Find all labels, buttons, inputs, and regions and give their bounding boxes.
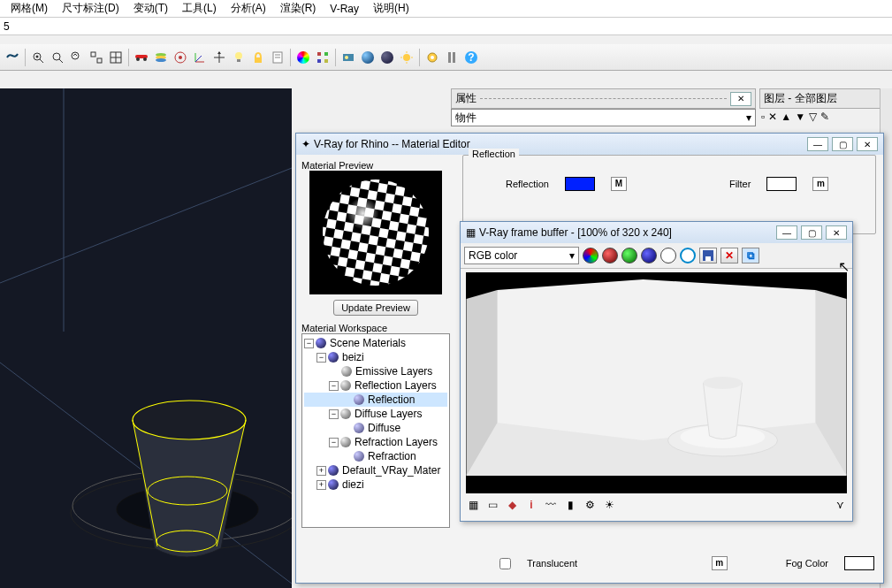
axes-icon[interactable] bbox=[191, 49, 209, 66]
link-icon[interactable] bbox=[4, 49, 21, 66]
reflection-color-swatch[interactable] bbox=[565, 177, 595, 191]
reflection-map-button[interactable]: M bbox=[611, 177, 627, 191]
frame-buffer-window: ▦ V-Ray frame buffer - [100% of 320 x 24… bbox=[460, 221, 853, 522]
fog-color-swatch[interactable] bbox=[844, 556, 874, 570]
categories-icon[interactable] bbox=[314, 49, 332, 66]
tree-refraction[interactable]: Refraction bbox=[304, 449, 447, 463]
fb-close-button[interactable]: ✕ bbox=[826, 225, 847, 240]
svg-rect-45 bbox=[453, 52, 455, 63]
filter-map-button[interactable]: m bbox=[812, 177, 828, 191]
command-text: 5 bbox=[4, 20, 10, 33]
channel-dropdown[interactable]: RGB color bbox=[464, 247, 579, 264]
render-output[interactable] bbox=[466, 272, 847, 493]
rgb-channel-icon[interactable] bbox=[583, 248, 598, 263]
light-bulb-icon[interactable] bbox=[230, 49, 248, 66]
filter-icon[interactable]: ▽ bbox=[809, 111, 817, 123]
alpha-channel-icon[interactable] bbox=[660, 248, 676, 263]
zoom-extents-icon[interactable] bbox=[49, 49, 66, 66]
mono-channel-icon[interactable] bbox=[680, 248, 696, 263]
translucent-checkbox[interactable] bbox=[499, 558, 511, 569]
filter-color-swatch[interactable] bbox=[766, 177, 797, 191]
tree-diezi[interactable]: +diezi bbox=[304, 477, 447, 492]
tree-reflection-layers[interactable]: −Reflection Layers bbox=[304, 378, 447, 393]
slot-icon bbox=[354, 394, 364, 405]
target-icon[interactable] bbox=[172, 49, 189, 66]
fb-grid-icon[interactable]: ▦ bbox=[466, 499, 480, 511]
fb-minimize-button[interactable]: — bbox=[776, 225, 797, 240]
four-view-icon[interactable] bbox=[107, 49, 125, 66]
material-tree[interactable]: −Scene Materials −beizi Emissive Layers … bbox=[301, 333, 450, 528]
layer-up-icon[interactable]: ▲ bbox=[781, 111, 791, 123]
fog-color-label: Fog Color bbox=[786, 558, 828, 569]
render-icon[interactable] bbox=[339, 49, 357, 66]
tree-beizi[interactable]: −beizi bbox=[304, 350, 447, 364]
translucent-map-button[interactable]: m bbox=[712, 556, 728, 570]
menu-render[interactable]: 渲染(R) bbox=[273, 1, 324, 16]
fb-maximize-button[interactable]: ▢ bbox=[801, 225, 822, 240]
zoom-selected-icon[interactable] bbox=[29, 49, 47, 66]
fb-sun-icon[interactable]: ☀ bbox=[602, 499, 616, 511]
new-layer-icon[interactable]: ▫ bbox=[761, 111, 765, 123]
properties-close-icon[interactable]: ✕ bbox=[730, 92, 751, 106]
command-bar[interactable]: 5 bbox=[0, 18, 892, 35]
sun-icon[interactable] bbox=[398, 49, 416, 66]
blue-channel-icon[interactable] bbox=[641, 248, 657, 263]
layer-down-icon[interactable]: ▼ bbox=[795, 111, 805, 123]
update-preview-button[interactable]: Update Preview bbox=[333, 300, 418, 316]
sphere-blue-icon[interactable] bbox=[359, 49, 377, 66]
menu-help[interactable]: 说明(H) bbox=[366, 1, 416, 16]
svg-point-37 bbox=[403, 54, 410, 61]
tree-diffuse-layers[interactable]: −Diffuse Layers bbox=[304, 407, 447, 421]
frame-buffer-titlebar[interactable]: ▦ V-Ray frame buffer - [100% of 320 x 24… bbox=[461, 222, 852, 243]
clone-button[interactable]: ⧉ bbox=[742, 248, 759, 263]
svg-line-4 bbox=[59, 59, 63, 63]
clear-image-button[interactable]: ✕ bbox=[720, 248, 738, 263]
menu-tools[interactable]: 工具(L) bbox=[175, 1, 224, 16]
fb-gear-icon[interactable]: ⚙ bbox=[583, 499, 597, 511]
close-button[interactable]: ✕ bbox=[857, 137, 878, 151]
fb-rgb-icon[interactable]: ◆ bbox=[505, 499, 519, 511]
material-editor-titlebar[interactable]: ✦ V-Ray for Rhino -- Material Editor — ▢… bbox=[296, 134, 883, 155]
tree-diffuse[interactable]: Diffuse bbox=[304, 421, 447, 435]
tool-wrench-icon[interactable] bbox=[443, 49, 461, 66]
tree-refraction-layers[interactable]: −Refraction Layers bbox=[304, 435, 447, 449]
move-icon[interactable] bbox=[210, 49, 228, 66]
car-icon[interactable] bbox=[133, 49, 150, 66]
object-type-dropdown[interactable]: 物件 bbox=[451, 109, 756, 126]
menu-mesh[interactable]: 网格(M) bbox=[4, 1, 55, 16]
sphere-dark-icon[interactable] bbox=[378, 49, 396, 66]
tree-default-vray[interactable]: +Default_VRay_Mater bbox=[304, 463, 447, 477]
maximize-button[interactable]: ▢ bbox=[832, 137, 853, 151]
zoom-window-icon[interactable] bbox=[68, 49, 86, 66]
material-editor-title: V-Ray for Rhino -- Material Editor bbox=[314, 138, 470, 150]
minimize-button[interactable]: — bbox=[807, 137, 828, 151]
lock-icon[interactable] bbox=[249, 49, 267, 66]
save-image-button[interactable] bbox=[699, 248, 717, 263]
fb-window-icon[interactable]: ▭ bbox=[485, 499, 499, 511]
document-icon[interactable] bbox=[269, 49, 286, 66]
layer-tool-icon[interactable]: ✎ bbox=[820, 111, 829, 123]
svg-rect-44 bbox=[448, 52, 451, 63]
green-channel-icon[interactable] bbox=[621, 248, 637, 263]
pan-icon[interactable] bbox=[88, 49, 105, 66]
tree-reflection[interactable]: Reflection bbox=[304, 393, 447, 407]
help-icon[interactable]: ? bbox=[462, 49, 480, 66]
fb-info-icon[interactable]: i bbox=[524, 499, 538, 511]
gear-yellow-icon[interactable] bbox=[423, 49, 441, 66]
fb-curve-icon[interactable]: 〰 bbox=[544, 499, 558, 511]
svg-point-5 bbox=[72, 52, 79, 59]
color-wheel-icon[interactable] bbox=[294, 49, 312, 66]
red-channel-icon[interactable] bbox=[602, 248, 618, 263]
filter-label: Filter bbox=[729, 179, 751, 189]
tree-scene-materials[interactable]: −Scene Materials bbox=[304, 336, 447, 350]
delete-layer-icon[interactable]: ✕ bbox=[768, 111, 777, 123]
tree-emissive-layers[interactable]: Emissive Layers bbox=[304, 364, 447, 378]
layers-stack-icon[interactable] bbox=[152, 49, 170, 66]
perspective-viewport[interactable] bbox=[0, 88, 292, 588]
fb-expand-icon[interactable]: ⋎ bbox=[833, 499, 847, 511]
fb-levels-icon[interactable]: ▮ bbox=[563, 499, 577, 511]
menu-analyze[interactable]: 分析(A) bbox=[224, 1, 273, 16]
menu-transform[interactable]: 变动(T) bbox=[126, 1, 175, 16]
menu-vray[interactable]: V-Ray bbox=[323, 3, 366, 15]
menu-dimension[interactable]: 尺寸标注(D) bbox=[55, 1, 126, 16]
